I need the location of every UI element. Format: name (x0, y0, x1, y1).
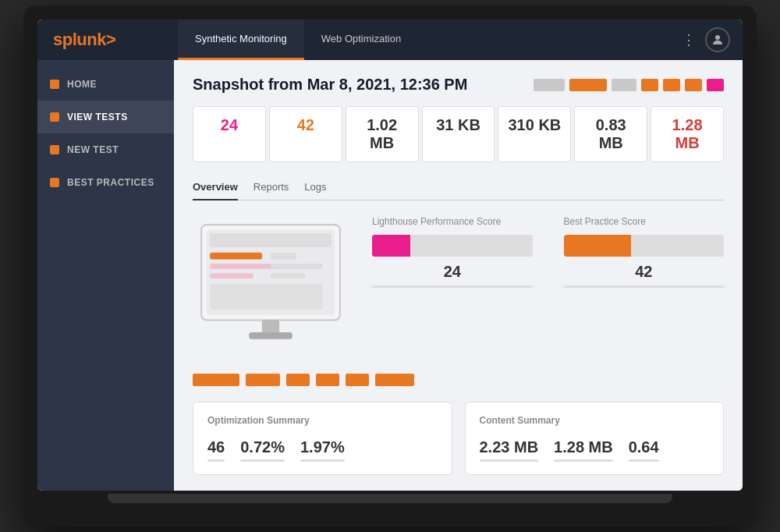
metric-card-0: 24 (193, 106, 266, 162)
laptop-base (108, 494, 672, 503)
tab-synthetic-monitoring[interactable]: Synthetic Monitoring (178, 20, 304, 60)
color-bar-1 (534, 79, 565, 91)
optimization-summary-title: Optimization Summary (207, 415, 438, 426)
cont-subbar-2 (629, 459, 659, 462)
color-bar-3 (612, 79, 636, 91)
lighthouse-score-bar-fill (372, 235, 410, 257)
svg-rect-9 (271, 273, 305, 278)
sidebar-item-new-test[interactable]: NEW TEST (37, 133, 174, 166)
sidebar-item-home[interactable]: HOME (37, 68, 174, 101)
cont-val-label-2: 0.64 (629, 438, 659, 456)
content-summary-title: Content Summary (480, 415, 710, 426)
opt-val-label-0: 46 (207, 438, 225, 456)
overview-section: Lighthouse Performance Score 24 Best Pra… (193, 216, 724, 358)
orange-bar-3 (316, 374, 339, 386)
sidebar: HOME VIEW TESTS NEW TEST BEST PRACTICES (37, 60, 174, 491)
cont-value-1: 1.28 MB (554, 438, 613, 462)
opt-value-0: 46 (207, 438, 225, 462)
metric-card-1: 42 (269, 106, 342, 162)
sidebar-dot-home (50, 80, 59, 89)
svg-rect-12 (249, 332, 292, 339)
best-practice-score-block: Best Practice Score 42 (564, 216, 725, 288)
tab-overview[interactable]: Overview (193, 175, 238, 200)
laptop-screen: splunk> Synthetic Monitoring Web Optimiz… (37, 20, 743, 491)
svg-rect-3 (210, 233, 332, 247)
lighthouse-score-value: 24 (372, 263, 533, 281)
tab-web-optimization[interactable]: Web Optimization (304, 20, 418, 60)
optimization-summary-card: Optimization Summary 46 0.72% (193, 402, 452, 475)
monitor-svg (193, 216, 349, 355)
sidebar-item-best-practices[interactable]: BEST PRACTICES (37, 166, 174, 199)
cont-val-label-0: 2.23 MB (480, 438, 539, 456)
metric-card-4: 310 KB (498, 106, 571, 162)
sidebar-dot-view-tests (50, 112, 59, 122)
logo: splunk> (53, 30, 115, 50)
user-avatar[interactable] (705, 27, 730, 52)
summary-cards: Optimization Summary 46 0.72% (193, 402, 724, 475)
orange-bar-0 (193, 374, 239, 386)
snapshot-header: Snapshot from Mar 8, 2021, 12:36 PM (193, 76, 724, 94)
metric-value-3: 31 KB (436, 116, 480, 133)
orange-bar-5 (375, 374, 414, 386)
best-practice-score-bar-track (564, 235, 725, 257)
opt-value-1: 0.72% (240, 438, 285, 462)
cont-value-2: 0.64 (629, 438, 659, 462)
orange-bar-4 (346, 374, 369, 386)
more-options-icon[interactable]: ⋮ (682, 31, 696, 48)
cont-value-0: 2.23 MB (480, 438, 539, 462)
best-practice-score-label: Best Practice Score (564, 216, 725, 227)
sidebar-item-view-tests[interactable]: VIEW TESTS (37, 101, 174, 133)
best-practice-score-underline (564, 286, 725, 288)
svg-rect-4 (210, 253, 262, 260)
opt-subbar-2 (300, 459, 345, 462)
cont-val-label-1: 1.28 MB (554, 438, 613, 456)
content-summary-values: 2.23 MB 1.28 MB 0.64 (480, 438, 710, 462)
optimization-summary-values: 46 0.72% 1.97% (207, 438, 438, 462)
best-practice-score-value: 42 (564, 263, 725, 281)
content-summary-card: Content Summary 2.23 MB 1.28 MB (465, 402, 725, 475)
svg-rect-5 (210, 264, 279, 269)
color-bar-7 (707, 79, 724, 91)
metrics-row: 24 42 1.02 MB 31 KB 310 KB 0.8 (193, 106, 724, 162)
lighthouse-score-label: Lighthouse Performance Score (372, 216, 533, 227)
main-layout: HOME VIEW TESTS NEW TEST BEST PRACTICES (37, 60, 743, 491)
lighthouse-score-block: Lighthouse Performance Score 24 (372, 216, 533, 288)
tab-reports[interactable]: Reports (254, 175, 289, 200)
cont-subbar-0 (480, 459, 539, 462)
metric-value-1: 42 (297, 116, 314, 133)
content-area: Snapshot from Mar 8, 2021, 12:36 PM (174, 60, 743, 491)
color-bar-4 (641, 79, 658, 91)
svg-rect-8 (271, 264, 323, 269)
nav-tabs: Synthetic Monitoring Web Optimization (178, 20, 669, 60)
laptop-frame: splunk> Synthetic Monitoring Web Optimiz… (23, 5, 757, 527)
svg-rect-7 (271, 253, 296, 260)
opt-value-2: 1.97% (300, 438, 345, 462)
svg-rect-6 (210, 273, 254, 278)
opt-val-label-2: 1.97% (300, 438, 345, 456)
sidebar-dot-new-test (50, 145, 59, 154)
metric-card-3: 31 KB (422, 106, 495, 162)
opt-subbar-1 (240, 459, 285, 462)
svg-point-0 (715, 35, 720, 40)
sidebar-dot-best-practices (50, 178, 59, 187)
color-bar-5 (663, 79, 680, 91)
color-bar-6 (685, 79, 702, 91)
metric-value-4: 310 KB (508, 116, 561, 133)
metric-card-6: 1.28 MB (651, 106, 724, 162)
tab-logs[interactable]: Logs (304, 175, 326, 200)
metric-value-6: 1.28 MB (672, 116, 703, 151)
top-nav: splunk> Synthetic Monitoring Web Optimiz… (37, 20, 743, 60)
cont-subbar-1 (554, 459, 613, 462)
scores-section: Lighthouse Performance Score 24 Best Pra… (372, 216, 724, 288)
lighthouse-score-bar-track (372, 235, 533, 257)
lighthouse-score-underline (372, 286, 533, 288)
metric-value-0: 24 (221, 116, 238, 133)
metric-card-5: 0.83 MB (574, 106, 647, 162)
metric-value-2: 1.02 MB (367, 116, 397, 151)
orange-bars-row (193, 374, 724, 386)
opt-subbar-0 (207, 459, 225, 462)
content-tabs: Overview Reports Logs (193, 175, 724, 200)
opt-val-label-1: 0.72% (240, 438, 285, 456)
snapshot-title: Snapshot from Mar 8, 2021, 12:36 PM (193, 76, 467, 94)
svg-rect-10 (210, 284, 322, 310)
